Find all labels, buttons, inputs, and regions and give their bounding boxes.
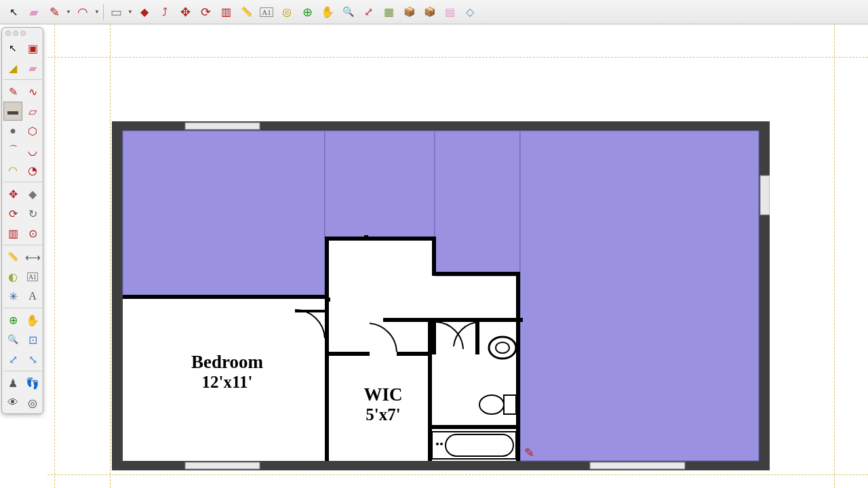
- scale-tool[interactable]: ▥: [3, 224, 22, 243]
- arc2-tool[interactable]: ◡: [23, 141, 42, 160]
- svg-point-21: [440, 443, 443, 445]
- rotate-tool[interactable]: ⟳: [3, 204, 22, 223]
- upload-icon: 📦: [424, 6, 435, 18]
- bedroom-label: Bedroom 12'x11': [153, 352, 302, 392]
- rotated-rect-tool[interactable]: ▱: [23, 102, 42, 121]
- zoom-icon: 🔍: [7, 334, 18, 345]
- line-tool[interactable]: ✎: [3, 82, 22, 101]
- svg-rect-3: [325, 237, 329, 302]
- dimension-tool[interactable]: ⟷: [23, 247, 42, 266]
- arc-tool[interactable]: ◠: [73, 3, 92, 22]
- text-icon: A1: [260, 7, 273, 17]
- camera-icon: ♟: [8, 377, 18, 390]
- eraser-tool[interactable]: ▰: [23, 58, 42, 77]
- 3dtext-tool[interactable]: A: [23, 287, 42, 306]
- fill-region: [123, 131, 325, 296]
- followme-tool[interactable]: ↻: [23, 204, 42, 223]
- zoom-window-icon: ⊡: [28, 333, 37, 346]
- svg-rect-12: [383, 318, 431, 322]
- rectangle-tool[interactable]: ▬: [3, 102, 22, 121]
- select-tool[interactable]: ↖: [3, 39, 22, 58]
- select-tool[interactable]: ↖: [4, 3, 23, 22]
- scale-tool[interactable]: ▥: [216, 3, 235, 22]
- warehouse-icon: 📦: [403, 6, 415, 18]
- make-component-tool[interactable]: ▣: [23, 39, 42, 58]
- fill-region: [520, 131, 759, 461]
- layers-tool[interactable]: ▤: [440, 3, 459, 22]
- rotate-tool[interactable]: ⟳: [196, 3, 215, 22]
- position-camera-tool[interactable]: ♟: [3, 373, 22, 392]
- zoom-tool[interactable]: 🔍: [338, 3, 357, 22]
- side-toolbox[interactable]: ↖ ▣ ◢ ▰ ✎ ∿ ▬ ▱ ● ⬡ ⌒ ◡ ◠ ◔ ✥ ◆ ⟳ ↻ ▥ ⊙ …: [1, 27, 43, 414]
- tape-icon: 📏: [241, 6, 252, 18]
- pushpull-tool[interactable]: ◆: [23, 184, 42, 203]
- paint-bucket-tool[interactable]: ◢: [3, 58, 22, 77]
- pan-tool[interactable]: ✋: [23, 310, 42, 329]
- pan-icon: ✋: [321, 5, 334, 18]
- zoom-tool[interactable]: 🔍: [3, 330, 22, 349]
- circle-tool[interactable]: ●: [3, 121, 22, 140]
- top-toolbar: ↖ ▰ ✎▼ ◠▼ ▭▼ ◆ ⤴ ✥ ⟳ ▥ 📏 A1 ◎ ⊕ ✋ 🔍 ⤢ ▦ …: [0, 0, 868, 24]
- window: [760, 176, 770, 215]
- dimension-icon: ⟷: [25, 251, 41, 264]
- divider: [3, 245, 42, 245]
- orbit-tool[interactable]: ⊕: [298, 3, 317, 22]
- section-plane-tool[interactable]: ◎: [23, 393, 42, 412]
- zoom-window-tool[interactable]: ⊡: [23, 330, 42, 349]
- pie-tool[interactable]: ◔: [23, 161, 42, 180]
- fill-region: [325, 131, 435, 238]
- section-icon: ▦: [384, 5, 394, 18]
- dropdown-icon[interactable]: ▼: [127, 9, 134, 15]
- move-tool[interactable]: ✥: [3, 184, 22, 203]
- dropdown-icon[interactable]: ▼: [65, 9, 72, 15]
- section-tool[interactable]: ▦: [379, 3, 398, 22]
- walk-tool[interactable]: 👣: [23, 373, 42, 392]
- svg-rect-5: [432, 272, 520, 276]
- select-icon: ↖: [9, 6, 18, 18]
- get-models-tool[interactable]: 📦: [399, 3, 418, 22]
- arc3-tool[interactable]: ◠: [3, 161, 22, 180]
- text-tool[interactable]: A1: [23, 267, 42, 286]
- paint-icon: ◆: [140, 5, 149, 18]
- protractor-icon: ◐: [8, 270, 18, 283]
- styles-tool[interactable]: ◇: [460, 3, 479, 22]
- rect-icon: ▭: [111, 5, 122, 20]
- svg-rect-4: [432, 237, 436, 274]
- tape-tool[interactable]: 📏: [237, 3, 256, 22]
- zoom-prev-icon: ⤢: [9, 353, 18, 366]
- guide-line: [47, 474, 868, 475]
- eraser-tool[interactable]: ▰: [24, 3, 43, 22]
- offset-tool[interactable]: ⊙: [23, 224, 42, 243]
- toolbar-separator: [103, 4, 104, 20]
- text-tool[interactable]: A1: [257, 3, 276, 22]
- move-tool[interactable]: ✥: [176, 3, 195, 22]
- zoom-extents-tool[interactable]: ⤢: [359, 3, 378, 22]
- zoom-prev-tool[interactable]: ⤢: [3, 350, 22, 369]
- svg-rect-15: [475, 318, 479, 354]
- dropdown-icon[interactable]: ▼: [94, 9, 100, 15]
- freehand-tool[interactable]: ∿: [23, 82, 42, 101]
- look-around-tool[interactable]: 👁: [3, 393, 22, 412]
- offset-tool[interactable]: ◎: [277, 3, 296, 22]
- share-model-tool[interactable]: 📦: [420, 3, 439, 22]
- eraser-icon: ▰: [29, 5, 39, 20]
- arc-tool[interactable]: ⌒: [3, 141, 22, 160]
- pan-tool[interactable]: ✋: [318, 3, 337, 22]
- rect-tool[interactable]: ▭: [106, 3, 125, 22]
- window: [185, 123, 260, 129]
- floor-plan: Bedroom 12'x11' WIC 5'x7' ✎: [112, 121, 770, 470]
- paint-tool[interactable]: ◆: [135, 3, 154, 22]
- zoom-extents-tool[interactable]: ⤡: [23, 350, 42, 369]
- offset-icon: ◎: [282, 5, 292, 18]
- polygon-tool[interactable]: ⬡: [23, 121, 42, 140]
- orbit-tool[interactable]: ⊕: [3, 310, 22, 329]
- tape-tool[interactable]: 📏: [3, 247, 22, 266]
- protractor-tool[interactable]: ◐: [3, 267, 22, 286]
- drawing-canvas[interactable]: Bedroom 12'x11' WIC 5'x7' ✎: [47, 24, 868, 488]
- pencil-tool[interactable]: ✎: [45, 3, 64, 22]
- pushpull-tool[interactable]: ⤴: [155, 3, 174, 22]
- pushpull-icon: ⤴: [162, 6, 167, 18]
- 3dtext-icon: A: [28, 290, 37, 302]
- axes-tool[interactable]: ✳: [3, 287, 22, 306]
- styles-icon: ◇: [466, 5, 474, 18]
